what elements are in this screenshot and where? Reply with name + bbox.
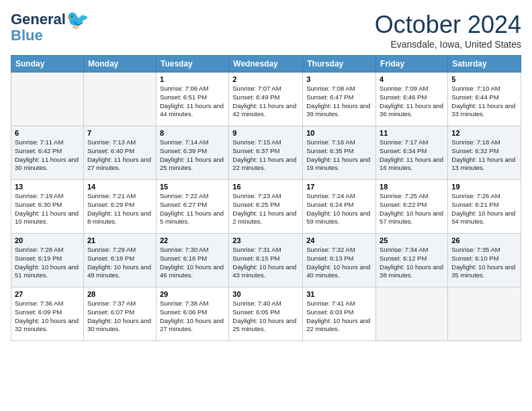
day-number: 18 (380, 183, 444, 191)
day-info: Sunrise: 7:14 AMSunset: 6:39 PMDaylight:… (160, 138, 225, 173)
day-info: Sunrise: 7:11 AMSunset: 6:42 PMDaylight:… (15, 138, 80, 173)
calendar-table: SundayMondayTuesdayWednesdayThursdayFrid… (11, 55, 521, 341)
calendar-cell (11, 73, 84, 126)
day-number: 25 (380, 236, 444, 244)
day-info: Sunrise: 7:30 AMSunset: 6:16 PMDaylight:… (160, 246, 225, 280)
calendar-cell: 28Sunrise: 7:37 AMSunset: 6:07 PMDayligh… (83, 287, 156, 341)
day-number: 8 (160, 129, 225, 137)
day-number: 20 (15, 236, 80, 244)
day-info: Sunrise: 7:17 AMSunset: 6:34 PMDaylight:… (380, 138, 444, 173)
day-number: 13 (15, 183, 80, 191)
calendar-cell: 1Sunrise: 7:06 AMSunset: 6:51 PMDaylight… (156, 73, 228, 126)
calendar-cell: 5Sunrise: 7:10 AMSunset: 6:44 PMDaylight… (448, 73, 521, 126)
calendar-cell: 15Sunrise: 7:22 AMSunset: 6:27 PMDayligh… (156, 180, 228, 234)
day-info: Sunrise: 7:26 AMSunset: 6:21 PMDaylight:… (451, 192, 517, 226)
calendar-cell: 31Sunrise: 7:41 AMSunset: 6:03 PMDayligh… (303, 287, 376, 341)
day-info: Sunrise: 7:15 AMSunset: 6:37 PMDaylight:… (232, 138, 299, 173)
calendar-cell: 24Sunrise: 7:32 AMSunset: 6:13 PMDayligh… (303, 234, 376, 287)
title-block: October 2024 Evansdale, Iowa, United Sta… (375, 11, 521, 50)
day-number: 19 (451, 183, 517, 191)
calendar-cell: 30Sunrise: 7:40 AMSunset: 6:05 PMDayligh… (229, 287, 303, 341)
day-info: Sunrise: 7:19 AMSunset: 6:30 PMDaylight:… (15, 192, 80, 226)
calendar-cell: 21Sunrise: 7:29 AMSunset: 6:18 PMDayligh… (83, 234, 156, 287)
day-info: Sunrise: 7:09 AMSunset: 6:46 PMDaylight:… (380, 85, 444, 119)
day-info: Sunrise: 7:28 AMSunset: 6:19 PMDaylight:… (15, 246, 80, 280)
day-info: Sunrise: 7:31 AMSunset: 6:15 PMDaylight:… (232, 246, 299, 280)
calendar-cell: 6Sunrise: 7:11 AMSunset: 6:42 PMDaylight… (11, 126, 84, 180)
column-header-saturday: Saturday (448, 56, 521, 73)
column-header-friday: Friday (376, 56, 448, 73)
column-header-monday: Monday (83, 56, 156, 73)
location-subtitle: Evansdale, Iowa, United States (375, 39, 521, 50)
day-number: 30 (232, 290, 299, 298)
day-number: 29 (160, 290, 225, 298)
calendar-cell: 9Sunrise: 7:15 AMSunset: 6:37 PMDaylight… (229, 126, 303, 180)
day-info: Sunrise: 7:38 AMSunset: 6:06 PMDaylight:… (160, 300, 225, 334)
day-info: Sunrise: 7:35 AMSunset: 6:10 PMDaylight:… (451, 246, 517, 280)
calendar-cell: 23Sunrise: 7:31 AMSunset: 6:15 PMDayligh… (229, 234, 303, 287)
day-info: Sunrise: 7:37 AMSunset: 6:07 PMDaylight:… (87, 300, 152, 334)
day-info: Sunrise: 7:07 AMSunset: 6:49 PMDaylight:… (232, 85, 299, 119)
calendar-cell: 27Sunrise: 7:36 AMSunset: 6:09 PMDayligh… (11, 287, 84, 341)
day-number: 17 (306, 183, 372, 191)
day-info: Sunrise: 7:16 AMSunset: 6:35 PMDaylight:… (306, 138, 372, 173)
day-number: 23 (232, 236, 299, 244)
calendar-cell: 4Sunrise: 7:09 AMSunset: 6:46 PMDaylight… (376, 73, 448, 126)
calendar-cell: 12Sunrise: 7:18 AMSunset: 6:32 PMDayligh… (448, 126, 521, 180)
day-info: Sunrise: 7:23 AMSunset: 6:25 PMDaylight:… (232, 192, 299, 226)
calendar-cell: 16Sunrise: 7:23 AMSunset: 6:25 PMDayligh… (229, 180, 303, 234)
day-number: 24 (306, 236, 372, 244)
day-info: Sunrise: 7:22 AMSunset: 6:27 PMDaylight:… (160, 192, 225, 226)
calendar-cell: 18Sunrise: 7:25 AMSunset: 6:22 PMDayligh… (376, 180, 448, 234)
calendar-cell: 11Sunrise: 7:17 AMSunset: 6:34 PMDayligh… (376, 126, 448, 180)
day-number: 9 (232, 129, 299, 137)
column-header-sunday: Sunday (11, 56, 84, 73)
day-number: 14 (87, 183, 152, 191)
day-info: Sunrise: 7:25 AMSunset: 6:22 PMDaylight:… (380, 192, 444, 226)
day-number: 11 (380, 129, 444, 137)
day-info: Sunrise: 7:08 AMSunset: 6:47 PMDaylight:… (306, 85, 372, 119)
calendar-cell: 25Sunrise: 7:34 AMSunset: 6:12 PMDayligh… (376, 234, 448, 287)
day-number: 15 (160, 183, 225, 191)
calendar-cell: 29Sunrise: 7:38 AMSunset: 6:06 PMDayligh… (156, 287, 228, 341)
calendar-cell: 17Sunrise: 7:24 AMSunset: 6:24 PMDayligh… (303, 180, 376, 234)
day-number: 1 (160, 75, 225, 83)
day-number: 5 (451, 75, 517, 83)
calendar-cell: 14Sunrise: 7:21 AMSunset: 6:29 PMDayligh… (83, 180, 156, 234)
day-number: 10 (306, 129, 372, 137)
day-info: Sunrise: 7:40 AMSunset: 6:05 PMDaylight:… (232, 300, 299, 334)
calendar-cell: 8Sunrise: 7:14 AMSunset: 6:39 PMDaylight… (156, 126, 228, 180)
day-number: 22 (160, 236, 225, 244)
day-number: 3 (306, 75, 372, 83)
calendar-cell: 22Sunrise: 7:30 AMSunset: 6:16 PMDayligh… (156, 234, 228, 287)
calendar-cell: 20Sunrise: 7:28 AMSunset: 6:19 PMDayligh… (11, 234, 84, 287)
day-number: 28 (87, 290, 152, 298)
day-number: 27 (15, 290, 80, 298)
day-number: 21 (87, 236, 152, 244)
day-info: Sunrise: 7:36 AMSunset: 6:09 PMDaylight:… (15, 300, 80, 334)
calendar-cell: 26Sunrise: 7:35 AMSunset: 6:10 PMDayligh… (448, 234, 521, 287)
day-info: Sunrise: 7:21 AMSunset: 6:29 PMDaylight:… (87, 192, 152, 226)
day-number: 6 (15, 129, 80, 137)
day-info: Sunrise: 7:18 AMSunset: 6:32 PMDaylight:… (451, 138, 517, 173)
day-number: 26 (451, 236, 517, 244)
day-number: 16 (232, 183, 299, 191)
day-number: 2 (232, 75, 299, 83)
page-header: General🐦 Blue October 2024 Evansdale, Io… (11, 11, 521, 50)
calendar-cell: 7Sunrise: 7:13 AMSunset: 6:40 PMDaylight… (83, 126, 156, 180)
month-title: October 2024 (375, 11, 521, 39)
day-info: Sunrise: 7:24 AMSunset: 6:24 PMDaylight:… (306, 192, 372, 226)
calendar-cell: 3Sunrise: 7:08 AMSunset: 6:47 PMDaylight… (303, 73, 376, 126)
day-number: 4 (380, 75, 444, 83)
calendar-cell: 19Sunrise: 7:26 AMSunset: 6:21 PMDayligh… (448, 180, 521, 234)
calendar-cell: 13Sunrise: 7:19 AMSunset: 6:30 PMDayligh… (11, 180, 84, 234)
calendar-cell (448, 287, 521, 341)
calendar-cell: 2Sunrise: 7:07 AMSunset: 6:49 PMDaylight… (229, 73, 303, 126)
calendar-cell (376, 287, 448, 341)
column-header-thursday: Thursday (303, 56, 376, 73)
day-info: Sunrise: 7:06 AMSunset: 6:51 PMDaylight:… (160, 85, 225, 119)
column-header-wednesday: Wednesday (229, 56, 303, 73)
day-info: Sunrise: 7:10 AMSunset: 6:44 PMDaylight:… (451, 85, 517, 119)
day-info: Sunrise: 7:29 AMSunset: 6:18 PMDaylight:… (87, 246, 152, 280)
day-info: Sunrise: 7:34 AMSunset: 6:12 PMDaylight:… (380, 246, 444, 280)
